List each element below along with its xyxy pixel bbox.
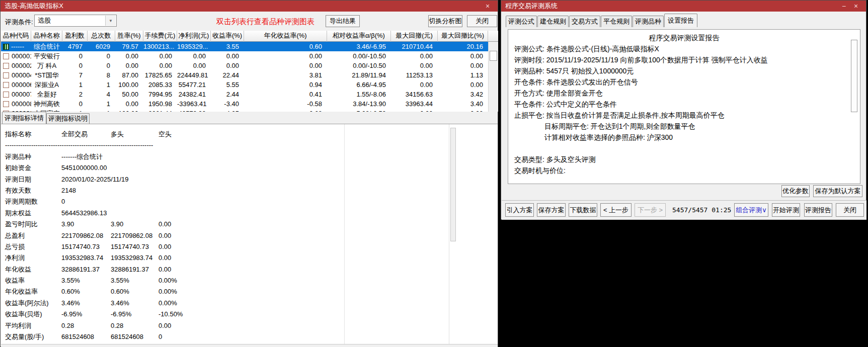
metric-row: 评测品种-------综合统计 [1,151,498,162]
table-cell: 0 [62,99,88,109]
metric-label: 平均利润 [5,320,31,331]
close-button-left[interactable]: 关闭 [467,15,497,27]
column-header[interactable]: 相对收益率α/β(%) [327,31,391,42]
save-as-default-button[interactable]: 保存为默认方案 [813,185,862,197]
metric-value: 0.00% [159,275,177,286]
metrics-header-row: 指标名称全部交易多头空头 [1,129,498,140]
table-row[interactable]: 000008神州高铁010.001950.98-33963.41-3.40-0.… [1,99,488,109]
left-window-title: 选股-高抛低吸指标X [5,2,63,11]
table-row[interactable]: 000006深振业A11100.002085.3355477.215.550.9… [1,80,488,90]
column-header[interactable]: 品种代码 [1,31,31,42]
results-table: 品种代码品种名称盈利数总次数胜率(%)手续费(元)净利润(元)收益率(%)年化收… [1,31,498,112]
metric-value: 5644532986.13 [61,208,107,219]
tab-建仓规则[interactable]: 建仓规则 [537,16,569,27]
left-toolbar: 评测条件: 选股 ▼ 双击列表行查看品种评测图表 导出结果 切换分析图 关闭 [1,12,498,31]
table-cell: 2.44 [211,90,244,99]
report-pane: 程序交易评测设置报告 评测公式: 条件选股公式-(日线)-高抛低吸指标X评测时段… [508,29,860,184]
table-cell: 3.81 [244,70,327,80]
column-header[interactable]: 最大回撤比(%) [438,31,488,42]
column-header[interactable]: 胜率(%) [115,31,143,42]
metric-value: 221709862.08 [111,230,152,241]
tab-metric-description[interactable]: 评测指标说明 [46,113,90,124]
table-scrollbar-thumb[interactable] [490,51,497,61]
symbol-code: 000001 [12,51,31,61]
symbol-code: 000006 [12,80,31,90]
metric-label: 净利润 [5,252,25,264]
metric-value: 3.55% [61,275,80,286]
import-plan-button[interactable]: 引入方案 [505,203,534,217]
metric-row: 评测周期数0 [1,196,498,207]
table-cell: 0.00 [438,80,488,90]
close-icon[interactable]: × [850,2,862,11]
chevron-down-icon[interactable]: ▼ [105,16,116,26]
metric-value: 2148 [61,185,76,196]
column-header[interactable]: 收益率(%) [211,31,244,42]
metric-value: 全部交易 [61,129,88,140]
close-button-right[interactable]: 关闭 [836,203,864,217]
row-checkbox[interactable] [3,82,9,88]
symbol-name: 万 科A [31,61,62,70]
metric-row: 年化收益率0.60%0.60%0.00% [1,286,498,297]
table-cell: 0.00 [115,51,143,61]
report-scrollbar-thumb[interactable] [851,40,857,112]
metric-row: 初始资金5451000000.00 [1,162,498,173]
metric-label: 指标名称 [5,129,31,140]
switch-analysis-chart-button[interactable]: 切换分析图 [428,15,462,27]
table-row[interactable]: ------综合统计4797602979.571300213...1935329… [1,42,488,51]
row-checkbox[interactable] [3,101,9,107]
table-cell: 0.60 [244,42,327,51]
tab-平仓规则[interactable]: 平仓规则 [601,16,632,27]
previous-step-button[interactable]: < 上一步 [600,203,632,217]
tab-metric-details[interactable]: 评测指标详情 [2,112,46,124]
row-checkbox[interactable] [3,92,9,98]
tab-评测品种[interactable]: 评测品种 [633,16,664,27]
save-plan-button[interactable]: 保存方案 [537,203,566,217]
report-line: 评测时段: 2015/11/19-2025/11/19 向前多取100个数据用于… [508,54,860,65]
table-cell: 1935329... [177,42,211,51]
metrics-scrollbar-thumb[interactable] [450,128,456,241]
left-titlebar[interactable]: 选股-高抛低吸指标X × [1,1,498,12]
column-header[interactable]: 品种名称 [31,31,62,42]
table-cell: 3.46/-6.95 [327,42,391,51]
column-header[interactable]: 手续费(元) [143,31,177,42]
table-row[interactable]: 000004*ST国华7887.0017825.65224449.8122.44… [1,70,488,80]
metric-label: 期末权益 [5,208,31,219]
table-vertical-scrollbar[interactable] [488,42,498,112]
eval-report-button[interactable]: 评测报告 [804,203,832,217]
column-header[interactable]: 年化收益率(%) [244,31,327,42]
close-icon[interactable]: × [482,2,494,11]
metric-row: 交易量(股/手)6815246086815246080 [1,331,498,342]
start-eval-button[interactable]: 开始评测 [772,203,800,217]
condition-combobox[interactable]: 选股 ▼ [34,15,117,27]
column-header[interactable]: 最大回撤(元) [391,31,438,42]
tab-评测公式[interactable]: 评测公式 [506,16,537,27]
table-row[interactable]: 000001平安银行000.000.000.000.000.000.00/-10… [1,51,488,61]
metric-value: 221709862.08 [61,230,103,241]
column-header[interactable]: 盈利数 [62,31,88,42]
export-results-button[interactable]: 导出结果 [326,15,360,27]
row-checkbox[interactable] [3,63,9,69]
row-checkbox[interactable] [3,53,9,59]
download-data-button[interactable]: 下载数据 [569,203,597,217]
stock-selection-window: 选股-高抛低吸指标X × 评测条件: 选股 ▼ 双击列表行查看品种评测图表 导出… [0,0,498,347]
right-titlebar[interactable]: 程序交易评测系统 − × [501,1,866,12]
tab-设置报告[interactable]: 设置报告 [664,14,697,27]
report-vertical-scrollbar[interactable] [850,37,858,178]
column-header[interactable]: 净利润(元) [177,31,211,42]
optimize-params-button[interactable]: 优化参数 [781,185,810,197]
metric-row: 年化收益32886191.3732886191.370.00 [1,264,498,275]
metrics-horizontal-scrollbar[interactable] [1,344,498,347]
table-cell: 22.44 [211,70,244,80]
report-line: 评测公式: 条件选股公式-(日线)-高抛低吸指标X [508,43,860,54]
minimize-icon[interactable]: − [838,2,850,11]
row-checkbox[interactable] [3,72,9,78]
table-row[interactable]: 000002万 科A000.000.000.000.000.000.00/-10… [1,61,488,70]
tab-交易方式[interactable]: 交易方式 [569,16,600,27]
report-line: 平仓条件: 公式中定义的平仓条件 [508,99,860,110]
column-header[interactable]: 总次数 [88,31,115,42]
metrics-vertical-scrollbar[interactable] [449,124,456,344]
table-header-row[interactable]: 品种代码品种名称盈利数总次数胜率(%)手续费(元)净利润(元)收益率(%)年化收… [1,31,498,42]
combo-eval-button[interactable]: 组合评测∨ [734,203,768,217]
table-row[interactable]: 000007全新好2450.007994.9524382.412.440.411… [1,90,488,99]
table-cell: 24382.41 [177,90,211,99]
